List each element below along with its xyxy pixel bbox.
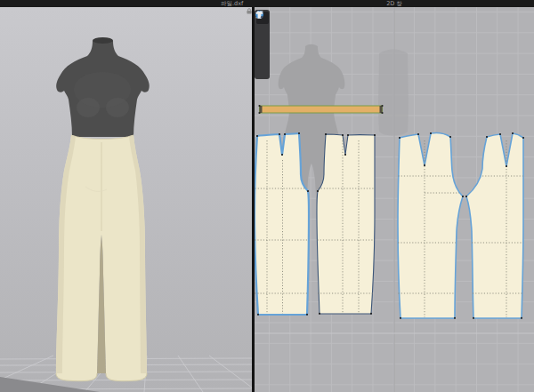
pattern-pant-front-right[interactable] — [317, 133, 376, 315]
garment-pants-3d[interactable] — [56, 135, 147, 381]
info-button[interactable] — [256, 38, 269, 51]
file-title: 파일.dxf — [221, 0, 243, 7]
viewport-2d[interactable] — [255, 7, 534, 392]
neck-cap — [93, 37, 113, 44]
lock-icon[interactable] — [247, 1, 252, 18]
bust-right — [106, 98, 129, 117]
pattern-pant-back-right[interactable] — [465, 132, 524, 319]
titlebar: 파일.dxf 2D 창 — [0, 0, 534, 7]
mannequin-torso[interactable] — [56, 37, 150, 137]
pattern-waistband[interactable] — [259, 105, 384, 114]
sewing-tool-button[interactable] — [256, 52, 269, 64]
pattern-pant-back-left[interactable] — [398, 132, 464, 319]
avatar-silhouette-back — [378, 50, 409, 136]
pattern-pant-front-left[interactable] — [255, 132, 309, 316]
show-garment-button[interactable] — [256, 25, 269, 37]
clo3d-app-window: 파일.dxf 2D 창 — [0, 0, 534, 392]
viewport-3d[interactable] — [0, 7, 252, 392]
toolbar-2d — [255, 10, 270, 79]
2d-window-title: 2D 창 — [255, 0, 534, 7]
tshirt-pin-icon — [255, 10, 264, 20]
bust-left — [77, 98, 100, 117]
pin-garment-button[interactable] — [256, 65, 269, 77]
